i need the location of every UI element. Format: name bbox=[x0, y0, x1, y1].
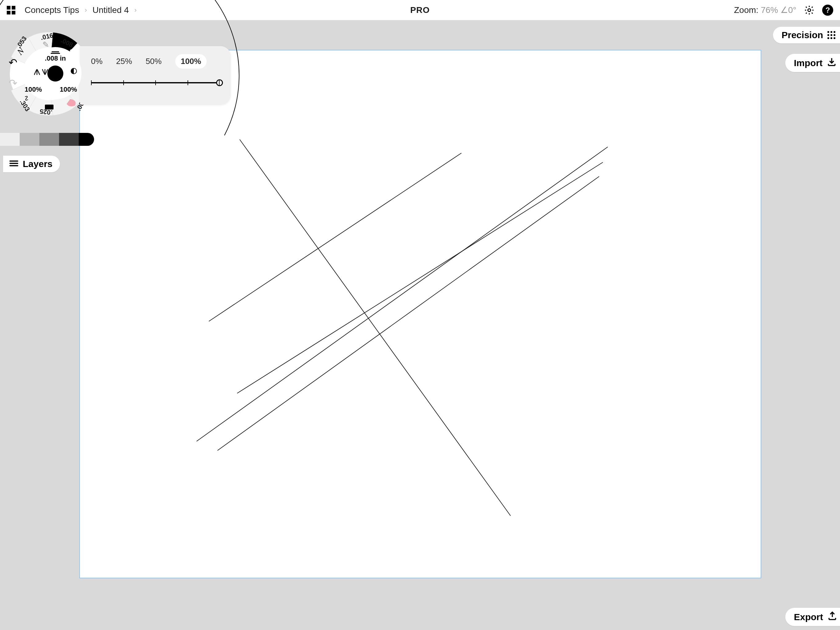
undo-icon[interactable]: ↶ bbox=[9, 56, 17, 69]
brush-size-icon bbox=[51, 51, 60, 54]
swatch-current[interactable] bbox=[79, 133, 94, 146]
import-label: Import bbox=[794, 58, 823, 68]
settings-icon[interactable] bbox=[804, 5, 815, 16]
opacity-option-50[interactable]: 50% bbox=[146, 57, 162, 66]
breadcrumb-document[interactable]: Untitled 4 bbox=[93, 5, 129, 15]
brush-color-dot[interactable] bbox=[47, 65, 63, 82]
breadcrumb-separator-icon: › bbox=[85, 6, 87, 14]
opacity-icon[interactable] bbox=[71, 68, 77, 74]
wheel-size-303: .303 bbox=[19, 98, 32, 112]
svg-line-0 bbox=[240, 140, 510, 516]
wheel-size-025: .025 bbox=[39, 108, 52, 116]
artboard[interactable] bbox=[80, 51, 761, 578]
wheel-size-053: .053 bbox=[15, 35, 28, 49]
brush-size-label: .008 in bbox=[45, 54, 66, 62]
smoothing-value[interactable]: 100% bbox=[25, 85, 42, 93]
opacity-option-25[interactable]: 25% bbox=[116, 57, 132, 66]
swatch-3[interactable] bbox=[39, 133, 59, 146]
layers-label: Layers bbox=[23, 159, 52, 169]
wheel-size-008: .008 bbox=[60, 36, 74, 49]
export-icon bbox=[827, 611, 837, 623]
opacity-slider[interactable] bbox=[91, 82, 219, 83]
breadcrumb-project[interactable]: Concepts Tips bbox=[25, 5, 79, 15]
precision-button[interactable]: Precision bbox=[773, 27, 840, 43]
precision-label: Precision bbox=[782, 30, 823, 40]
swatch-2[interactable] bbox=[20, 133, 39, 146]
layers-icon bbox=[9, 159, 19, 169]
wheel-size-016: .016 bbox=[40, 32, 54, 41]
swatch-1[interactable] bbox=[0, 133, 20, 146]
opacity-slider-handle[interactable] bbox=[216, 79, 223, 86]
precision-grid-icon bbox=[827, 31, 835, 39]
import-button[interactable]: Import bbox=[785, 54, 840, 72]
svg-line-4 bbox=[218, 177, 599, 450]
zoom-value[interactable]: 76% bbox=[761, 5, 778, 15]
opacity-option-0[interactable]: 0% bbox=[91, 57, 103, 66]
swatch-4[interactable] bbox=[59, 133, 79, 146]
color-swatches bbox=[0, 133, 94, 146]
svg-text:𝑁: 𝑁 bbox=[15, 46, 27, 57]
smoothing-icon[interactable]: ⩚⩛ bbox=[33, 67, 49, 77]
rotation-value[interactable]: ∠0° bbox=[780, 5, 796, 15]
export-label: Export bbox=[794, 612, 823, 622]
zoom-label: Zoom: bbox=[734, 5, 758, 15]
opacity-value[interactable]: 100% bbox=[60, 85, 77, 93]
help-icon[interactable]: ? bbox=[822, 5, 833, 16]
svg-line-2 bbox=[237, 162, 603, 393]
opacity-popup: 0% 25% 50% 100% bbox=[80, 46, 231, 104]
breadcrumb-separator-icon: › bbox=[134, 6, 136, 14]
export-button[interactable]: Export bbox=[785, 608, 840, 626]
pro-badge[interactable]: PRO bbox=[410, 5, 430, 15]
svg-line-3 bbox=[197, 147, 608, 441]
redo-icon[interactable]: ↷ bbox=[9, 77, 17, 89]
svg-text:∿: ∿ bbox=[22, 93, 32, 103]
gallery-icon[interactable] bbox=[7, 6, 15, 14]
import-icon bbox=[827, 57, 837, 69]
svg-rect-15 bbox=[45, 104, 54, 109]
svg-point-5 bbox=[808, 9, 810, 11]
app-header: Concepts Tips › Untitled 4 › PRO Zoom: 7… bbox=[0, 0, 840, 20]
layers-button[interactable]: Layers bbox=[3, 156, 60, 172]
svg-line-1 bbox=[209, 153, 461, 321]
opacity-option-100[interactable]: 100% bbox=[175, 54, 207, 69]
